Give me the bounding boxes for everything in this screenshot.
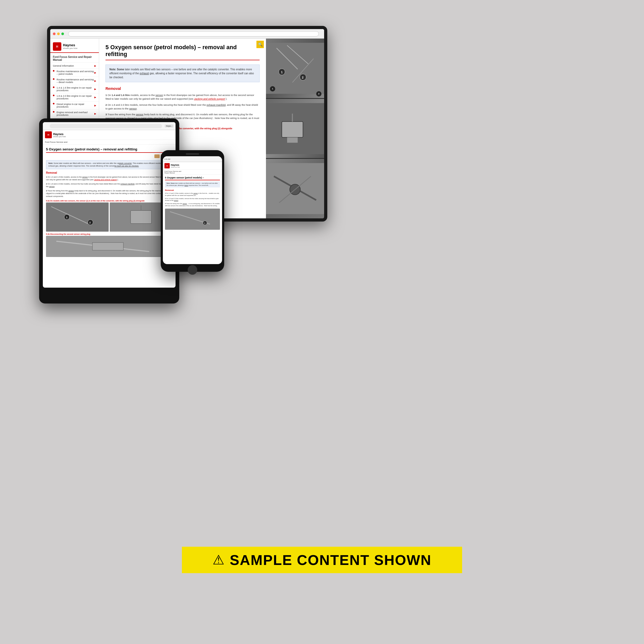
phone-haynes-icon: H xyxy=(164,163,170,168)
tablet-photo-3-svg xyxy=(46,236,172,257)
tablet-photo-1-svg: 2 1 xyxy=(46,203,109,232)
svg-rect-27 xyxy=(93,242,123,250)
tablet-tool-icons xyxy=(46,154,172,158)
sidebar-arrow-icon: ▶ xyxy=(94,112,96,115)
phone-speaker xyxy=(186,153,199,155)
phone-screen: 9:41 AM H Haynes shows you how Ford Focu… xyxy=(163,156,222,264)
note-label: Note: xyxy=(109,68,116,71)
svg-rect-23 xyxy=(131,210,151,223)
scene: H Haynes shows you how Ford Focus Servic… xyxy=(31,18,613,626)
phone-topbar: 9:41 AM xyxy=(163,156,222,162)
tablet-removal-heading: Removal xyxy=(46,171,172,174)
tablet-para-1: 1 On 1.4 and 1.6 litre models, access to… xyxy=(46,176,172,181)
bullet-icon xyxy=(53,103,54,104)
photo-column: 2 1 2 1 xyxy=(266,39,324,218)
haynes-tagline: shows you how xyxy=(63,47,77,50)
sidebar-item-engine-removal[interactable]: Engine removal and overhaul procedures ▶ xyxy=(50,110,99,118)
para-1: 1 On 1.4 and 1.6 litre models, access to… xyxy=(105,93,260,101)
minimize-dot[interactable] xyxy=(57,33,60,35)
badge-2: 2 xyxy=(316,91,321,96)
sidebar-arrow-icon: ▶ xyxy=(94,65,96,67)
warning-icon: ⚠ xyxy=(213,552,224,568)
monitor-topbar xyxy=(50,29,324,39)
haynes-logo-text: Haynes shows you how xyxy=(63,43,77,49)
svg-rect-9 xyxy=(282,122,303,137)
phone: 9:41 AM H Haynes shows you how Ford Focu… xyxy=(161,150,224,272)
tablet-haynes-icon: H xyxy=(45,131,52,138)
sidebar-item-diesel-engine[interactable]: Diesel engine in-car repair procedures ▶ xyxy=(50,102,99,110)
tablet-note-text: Some later models are fitted with two se… xyxy=(48,162,169,167)
phone-photo-1-svg: 1 xyxy=(165,209,220,230)
phone-tagline: shows you how xyxy=(171,166,180,168)
phone-photo-1: 1 xyxy=(165,209,220,230)
sidebar-item-diesel-maintenance[interactable]: Routine maintenance and servicing – dies… xyxy=(50,77,99,85)
sidebar-arrow-icon: ▶ xyxy=(94,104,96,107)
svg-text:2: 2 xyxy=(302,76,303,79)
sidebar-item-1416-engine[interactable]: 1.4 & 1.6 litre engine in-car repair pro… xyxy=(50,85,99,93)
tablet-caption-2: 5.3b Disconnecting the second sensor wir… xyxy=(46,233,172,235)
sidebar-item-label: Diesel engine in-car repair procedures xyxy=(57,103,94,108)
haynes-brand-name: Haynes xyxy=(63,43,77,47)
bullet-icon xyxy=(53,95,54,96)
sample-content-banner: ⚠ SAMPLE CONTENT SHOWN xyxy=(182,547,462,573)
close-dot[interactable] xyxy=(53,33,56,35)
url-bar[interactable] xyxy=(68,31,319,36)
phone-status: 9:41 AM xyxy=(164,158,170,160)
tablet-logo-bar: H Haynes shows you how xyxy=(43,130,176,140)
sidebar-item-1820-engine[interactable]: 1.8 & 2.0 litre engine in-car repair pro… xyxy=(50,93,99,102)
tablet-para-3: 3 Trace the wiring from the sensor body … xyxy=(46,190,172,198)
tablet-caption-1: 5.3a On models with two sensors, the sen… xyxy=(46,200,172,202)
sidebar-item-general-info[interactable]: General Information ▶ xyxy=(50,63,99,69)
tablet-main-content: 5 Oxygen sensor (petrol models) – remova… xyxy=(43,145,176,288)
keyword-button[interactable]: Keyw... xyxy=(165,125,173,127)
sidebar-item-label: 1.8 & 2.0 litre engine in-car repair pro… xyxy=(57,95,94,100)
bullet-icon xyxy=(53,86,54,88)
sidebar-arrow-icon: ▶ xyxy=(94,96,96,99)
phone-book-title: Ford Focus Service andRepair Manual xyxy=(163,170,222,175)
phone-brand-name: Haynes xyxy=(171,164,180,166)
tablet: Keyw... H Haynes shows you how Ford Focu… xyxy=(39,118,179,303)
note-box: Note: Some later models are fitted with … xyxy=(105,65,260,82)
svg-rect-0 xyxy=(266,43,324,94)
tablet-book-title: Ford Focus Service and xyxy=(43,140,176,145)
tablet-photo-3 xyxy=(46,236,172,257)
para-2: 2 On 1.8 and 2.0 litre models, remove th… xyxy=(105,103,260,111)
haynes-h-letter: H xyxy=(56,45,58,48)
tablet-page-title: 5 Oxygen sensor (petrol models) – remova… xyxy=(46,147,172,153)
tool-icon-1 xyxy=(154,154,160,158)
bullet-icon xyxy=(53,78,54,80)
phone-note-label: Note: xyxy=(167,182,170,184)
svg-rect-16 xyxy=(46,203,109,232)
svg-text:1: 1 xyxy=(204,222,205,224)
phone-note-box: Note: Some later models are fitted with … xyxy=(165,181,220,187)
phone-main-content: 5 Oxygen sensor (petrol models) – Note: … xyxy=(163,175,222,264)
phone-note-text: Some later models are fitted with two se… xyxy=(167,182,218,186)
phone-home-button[interactable] xyxy=(188,265,197,275)
sidebar-item-petrol-maintenance[interactable]: Routine maintenance and servicing – petr… xyxy=(50,69,99,77)
tablet-jacking-link[interactable]: Jacking and vehicle support xyxy=(94,179,117,181)
sidebar-item-label: General Information xyxy=(53,65,74,67)
svg-rect-28 xyxy=(165,209,220,229)
svg-text:1: 1 xyxy=(66,216,67,219)
tablet-url-bar[interactable] xyxy=(50,124,162,128)
sidebar-item-label: Routine maintenance and servicing – dies… xyxy=(57,78,94,84)
tablet-note-label: Note: xyxy=(48,162,53,164)
bullet-icon xyxy=(53,111,54,113)
sidebar-arrow-icon: ▶ xyxy=(94,71,96,74)
photo-3 xyxy=(266,159,324,218)
jacking-link[interactable]: Jacking and vehicle support xyxy=(194,97,225,100)
sidebar-arrow-icon: ▶ xyxy=(94,88,96,90)
bullet-icon xyxy=(53,70,54,72)
sidebar-item-label: Engine removal and overhaul procedures xyxy=(57,111,94,116)
tablet-image-row: 2 1 xyxy=(46,203,172,232)
phone-para-2: 2 On 1.8 and 2.0 litre models, remove th… xyxy=(165,198,220,202)
phone-logo-bar: H Haynes shows you how xyxy=(163,162,222,170)
phone-page-title: 5 Oxygen sensor (petrol models) – xyxy=(165,176,220,180)
photo-2-svg xyxy=(266,99,324,158)
tablet-topbar: Keyw... xyxy=(43,122,176,130)
sidebar-item-label: 1.4 & 1.6 litre engine in-car repair pro… xyxy=(57,86,94,92)
maximize-dot[interactable] xyxy=(61,33,64,35)
haynes-logo-icon: H xyxy=(53,42,61,51)
tablet-tagline: shows you how xyxy=(53,136,66,137)
search-icon[interactable]: 🔍 xyxy=(256,41,264,48)
